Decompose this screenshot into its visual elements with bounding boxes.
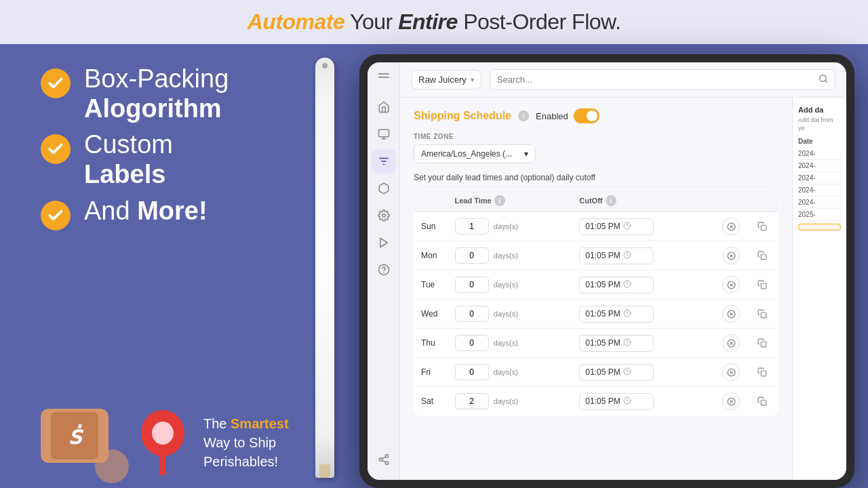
check-icon-3 xyxy=(41,201,71,230)
remove-button[interactable] xyxy=(722,305,740,323)
cutoff-time-value: 01:05 PM xyxy=(585,280,620,289)
clock-icon xyxy=(623,338,631,348)
svg-rect-33 xyxy=(761,283,766,289)
timezone-select[interactable]: America/Los_Angeles (... ▾ xyxy=(414,144,536,163)
lead-time-cell: days(s) xyxy=(448,358,573,387)
copy-cell xyxy=(747,241,778,270)
remove-button[interactable] xyxy=(722,276,740,293)
remove-button[interactable] xyxy=(722,247,740,264)
feature-text-1: Box-Packing Alogorithm xyxy=(84,64,229,123)
lead-time-input[interactable] xyxy=(455,393,489,409)
cutoff-cell: 01:05 PM xyxy=(572,387,715,416)
svg-rect-53 xyxy=(761,400,766,405)
sidebar-item-settings[interactable] xyxy=(372,149,396,174)
copy-cell xyxy=(747,329,778,358)
copy-button[interactable] xyxy=(753,218,771,235)
sidebar-item-gear[interactable] xyxy=(372,203,396,228)
days-unit-label: days(s) xyxy=(491,222,518,230)
date-col-header: Date xyxy=(798,138,841,145)
lead-time-input[interactable] xyxy=(455,277,489,293)
days-unit-label: days(s) xyxy=(491,339,518,347)
cutoff-time-value: 01:05 PM xyxy=(585,222,620,231)
lead-time-cell: days(s) xyxy=(448,212,573,241)
lead-time-cell: days(s) xyxy=(448,387,573,416)
cutoff-cell: 01:05 PM xyxy=(572,241,715,270)
hand-decoration xyxy=(95,449,129,483)
enabled-toggle: Enabled xyxy=(536,108,599,123)
cutoff-cell: 01:05 PM xyxy=(572,212,715,241)
remove-cell xyxy=(715,358,747,387)
timezone-value: America/Los_Angeles (... xyxy=(421,149,512,159)
banner-suffix: Post-Order Flow. xyxy=(458,9,620,34)
th-lead-time: Lead Time i xyxy=(448,190,573,212)
lead-time-input[interactable] xyxy=(455,306,489,322)
feature-text-3: And More! xyxy=(84,197,208,226)
cutoff-cell: 01:05 PM xyxy=(572,300,715,329)
schedule-table: Lead Time i CutOff i xyxy=(414,189,778,416)
copy-button[interactable] xyxy=(753,363,771,381)
toggle-switch[interactable] xyxy=(574,108,599,123)
cutoff-time-value: 01:05 PM xyxy=(585,396,620,406)
remove-button[interactable] xyxy=(722,218,740,235)
lead-time-cell: days(s) xyxy=(448,300,573,329)
dates-header: Add da xyxy=(798,106,841,114)
svg-line-18 xyxy=(825,81,827,83)
date-item: 2024- xyxy=(798,184,841,197)
svg-marker-9 xyxy=(380,238,387,247)
copy-cell xyxy=(747,300,778,329)
date-item: 2025- xyxy=(798,209,841,221)
app-sidebar xyxy=(368,62,400,480)
svg-rect-43 xyxy=(761,342,766,347)
branding-area: ṡ The Smartest Way to ShipPerishables! xyxy=(41,394,332,478)
lead-time-info-icon[interactable]: i xyxy=(494,195,505,206)
date-item: 2024- xyxy=(798,197,841,209)
copy-button[interactable] xyxy=(753,392,771,410)
clock-icon xyxy=(623,367,631,378)
cutoff-cell: 01:05 PM xyxy=(572,329,715,358)
lead-time-input[interactable] xyxy=(455,247,489,264)
search-input[interactable] xyxy=(497,75,813,85)
svg-point-8 xyxy=(382,214,385,218)
day-label: Wed xyxy=(414,300,448,329)
timezone-label: TIME ZONE xyxy=(414,133,778,140)
date-item: 2024- xyxy=(798,148,841,160)
copy-button[interactable] xyxy=(753,305,771,323)
red-pin-icon xyxy=(136,407,190,475)
copy-cell xyxy=(747,270,778,300)
store-selector[interactable]: Raw Juicery ▾ xyxy=(411,70,481,89)
info-icon[interactable]: i xyxy=(518,110,529,121)
sidebar-item-help[interactable] xyxy=(372,258,396,282)
lead-time-input[interactable] xyxy=(455,364,489,380)
remove-button[interactable] xyxy=(722,363,740,381)
sidebar-item-shipping[interactable] xyxy=(372,230,396,255)
brand-tagline: The Smartest Way to ShipPerishables! xyxy=(203,414,289,471)
remove-button[interactable] xyxy=(722,392,740,410)
cutoff-time-value: 01:05 PM xyxy=(585,367,620,377)
lead-time-cell: days(s) xyxy=(448,329,573,358)
lead-time-input[interactable] xyxy=(455,218,489,235)
day-label: Mon xyxy=(414,241,448,270)
day-label: Fri xyxy=(414,358,448,387)
copy-button[interactable] xyxy=(753,247,771,264)
cutoff-cell: 01:05 PM xyxy=(572,358,715,387)
sidebar-item-inventory[interactable] xyxy=(372,176,396,201)
check-icon-2 xyxy=(41,134,71,164)
svg-point-1 xyxy=(152,422,174,445)
copy-cell xyxy=(747,212,778,241)
copy-button[interactable] xyxy=(753,334,771,352)
sidebar-item-share[interactable] xyxy=(372,447,396,472)
th-actions xyxy=(715,190,747,212)
sidebar-item-home[interactable] xyxy=(372,95,396,119)
svg-rect-23 xyxy=(761,225,766,230)
date-item: 2024- xyxy=(798,160,841,172)
copy-button[interactable] xyxy=(753,276,771,293)
table-row: Fri days(s) 01:05 PM xyxy=(414,358,778,387)
remove-button[interactable] xyxy=(722,334,740,352)
cutoff-info-icon[interactable]: i xyxy=(606,195,616,206)
cutoff-time-value: 01:05 PM xyxy=(585,338,620,348)
lead-time-input[interactable] xyxy=(455,335,489,351)
feature-text-2: Custom Labels xyxy=(84,130,173,189)
sidebar-item-orders[interactable] xyxy=(372,122,396,146)
sidebar-expand-button[interactable] xyxy=(376,70,392,87)
date-item-orange[interactable] xyxy=(798,224,841,230)
